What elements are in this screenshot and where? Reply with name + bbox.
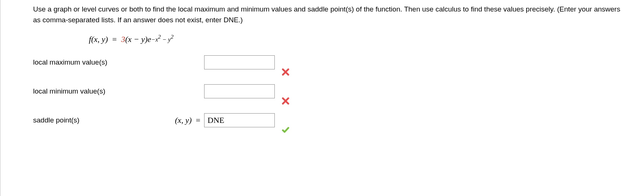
mark-saddle <box>278 113 297 127</box>
row-local-min: local minimum value(s) <box>33 84 644 98</box>
equation-lhs: f(x, y) <box>89 35 108 44</box>
label-local-min: local minimum value(s) <box>33 87 160 95</box>
instructions-text: Use a graph or level curves or both to f… <box>33 4 628 26</box>
equation-coefficient: 3 <box>121 35 125 44</box>
label-saddle: saddle point(s) <box>33 116 160 124</box>
equation: f(x, y) = 3 (x − y)e −x2 − y2 <box>89 35 644 44</box>
mark-local-max <box>278 55 297 69</box>
saddle-input[interactable] <box>204 113 275 127</box>
equation-exponent: −x2 − y2 <box>151 34 174 43</box>
x-icon <box>281 68 290 76</box>
answer-rows: local maximum value(s) local minimum val… <box>33 55 644 127</box>
local-min-input[interactable] <box>204 84 275 98</box>
row-local-max: local maximum value(s) <box>33 55 644 69</box>
check-icon <box>281 126 290 134</box>
local-max-input[interactable] <box>204 55 275 69</box>
row-saddle: saddle point(s) (x, y) = <box>33 113 644 127</box>
question-container: Use a graph or level curves or both to f… <box>0 0 644 196</box>
equals-sign: = <box>110 35 119 44</box>
mark-local-min <box>278 84 297 98</box>
label-local-max: local maximum value(s) <box>33 58 160 66</box>
prefix-saddle: (x, y) = <box>160 115 204 125</box>
equation-base: (x − y)e <box>125 35 151 44</box>
x-icon <box>281 97 290 105</box>
